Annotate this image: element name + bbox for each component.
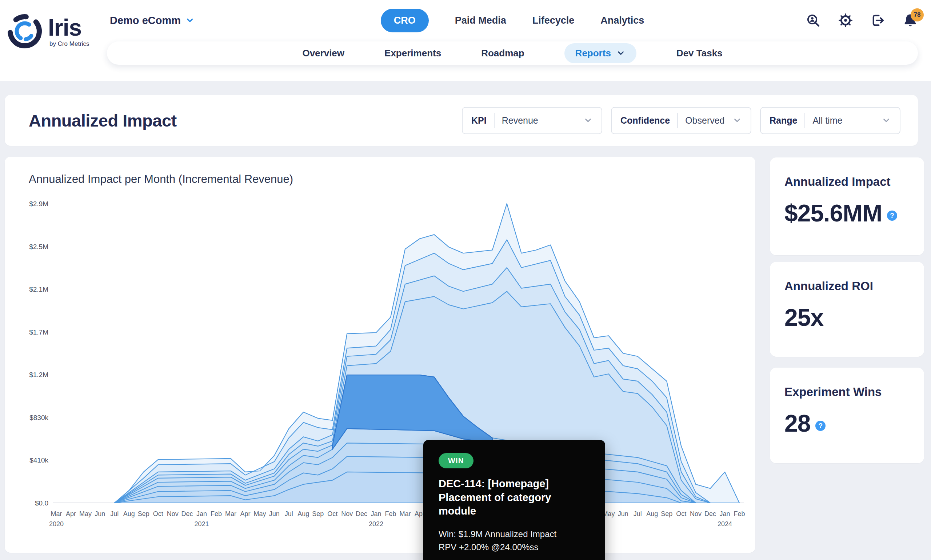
kpi-filter-value: Revenue — [502, 115, 538, 126]
x-tick-label: Nov — [167, 510, 179, 517]
tooltip-details: Win: $1.9M Annualized Impact RPV +2.00% … — [439, 528, 590, 554]
sign-out-icon[interactable] — [870, 13, 886, 28]
kpi-filter-dropdown[interactable]: KPI Revenue — [462, 107, 602, 134]
logo-title: Iris — [48, 16, 82, 39]
x-year-label: 2020 — [49, 520, 64, 528]
stat-title: Experiment Wins — [785, 385, 909, 399]
settings-gear-icon[interactable] — [838, 13, 853, 28]
help-icon[interactable]: ? — [816, 421, 826, 431]
tab-reports-label: Reports — [576, 48, 611, 59]
annualized-impact-card: Annualized Impact $25.6MM ? — [770, 157, 924, 255]
help-icon[interactable]: ? — [887, 211, 897, 221]
logo-subtitle: by Cro Metrics — [49, 41, 89, 47]
x-tick-label: Apr — [240, 510, 250, 517]
confidence-filter-label: Confidence — [620, 115, 670, 126]
chevron-down-icon — [882, 115, 891, 125]
x-tick-label: Mar — [51, 510, 62, 517]
divider — [805, 113, 805, 128]
x-tick-label: Mar — [225, 510, 236, 517]
y-tick-label: $410k — [29, 456, 48, 464]
x-tick-label: Jun — [618, 510, 628, 517]
chevron-down-icon — [583, 115, 593, 125]
x-tick-label: Oct — [676, 510, 686, 517]
nav-item-paid-media[interactable]: Paid Media — [455, 15, 506, 26]
x-tick-label: Aug — [123, 510, 135, 517]
nav-item-lifecycle[interactable]: Lifecycle — [532, 15, 575, 26]
x-tick-label: Jul — [634, 510, 642, 517]
x-tick-label: Nov — [690, 510, 702, 517]
x-tick-label: Nov — [341, 510, 353, 517]
x-tick-label: Sep — [661, 510, 672, 517]
confidence-filter-value: Observed — [685, 115, 725, 126]
win-status-badge: WIN — [439, 453, 474, 468]
x-tick-label: May — [79, 510, 92, 517]
x-tick-label: Jan — [371, 510, 382, 517]
chevron-down-icon — [616, 48, 626, 58]
stat-title: Annualized ROI — [785, 279, 909, 293]
tab-roadmap[interactable]: Roadmap — [481, 48, 524, 59]
notification-count-badge: 78 — [911, 8, 924, 22]
x-tick-label: Oct — [153, 510, 163, 517]
x-tick-label: Sep — [138, 510, 149, 517]
iris-logo-icon — [6, 12, 44, 50]
user-search-icon[interactable] — [806, 13, 821, 28]
page-title: Annualized Impact — [29, 111, 177, 131]
tooltip-rpv-line: RPV +2.00% @24.00%ss — [439, 541, 590, 554]
x-tick-label: Mar — [399, 510, 411, 517]
tab-experiments[interactable]: Experiments — [385, 48, 441, 59]
x-year-label: 2021 — [195, 520, 209, 528]
chevron-down-icon — [732, 115, 742, 125]
tab-dev-tasks[interactable]: Dev Tasks — [676, 48, 723, 59]
header-icon-group: 78 — [806, 0, 918, 41]
annualized-impact-value: $25.6MM — [785, 201, 882, 225]
chart-tooltip: WIN DEC-114: [Homepage] Placement of cat… — [423, 440, 605, 560]
y-tick-label: $1.2M — [29, 371, 48, 378]
x-tick-label: Apr — [66, 510, 76, 517]
x-tick-label: Jun — [95, 510, 105, 517]
y-tick-label: $2.1M — [29, 285, 48, 293]
x-tick-label: Aug — [297, 510, 309, 517]
x-tick-label: Aug — [646, 510, 658, 517]
x-tick-label: Feb — [734, 510, 745, 517]
impact-chart-card: Annualized Impact per Month (Incremental… — [5, 157, 756, 553]
annualized-roi-card: Annualized ROI 25x — [770, 262, 924, 357]
tooltip-experiment-title: DEC-114: [Homepage] Placement of categor… — [439, 477, 590, 518]
secondary-nav: Overview Experiments Roadmap Reports Dev… — [107, 42, 918, 65]
x-tick-label: Dec — [355, 510, 367, 517]
x-tick-label: Sep — [312, 510, 324, 517]
page-title-bar: Annualized Impact KPI Revenue Confidence… — [5, 95, 918, 146]
experiment-wins-value: 28 — [785, 411, 810, 435]
app-header: Iris by Cro Metrics Demo eComm CRO Paid … — [0, 0, 931, 81]
x-tick-label: Jul — [110, 510, 118, 517]
iris-logo[interactable]: Iris by Cro Metrics — [6, 12, 89, 50]
filter-group: KPI Revenue Confidence Observed Range Al… — [462, 107, 900, 134]
x-tick-label: Jul — [285, 510, 293, 517]
nav-item-cro[interactable]: CRO — [381, 9, 429, 32]
x-tick-label: May — [254, 510, 266, 517]
annualized-roi-value: 25x — [785, 305, 823, 329]
x-tick-label: Feb — [385, 510, 396, 517]
nav-item-analytics[interactable]: Analytics — [600, 15, 644, 26]
x-tick-label: Dec — [182, 510, 193, 517]
y-tick-label: $2.5M — [29, 243, 48, 251]
confidence-filter-dropdown[interactable]: Confidence Observed — [611, 107, 751, 134]
range-filter-label: Range — [769, 115, 797, 126]
x-tick-label: Oct — [327, 510, 337, 517]
x-year-label: 2022 — [369, 520, 383, 528]
x-year-label: 2024 — [717, 520, 732, 528]
stat-title: Annualized Impact — [785, 175, 909, 189]
tab-reports[interactable]: Reports — [565, 43, 636, 63]
divider — [677, 113, 678, 128]
x-tick-label: Dec — [705, 510, 716, 517]
x-tick-label: Jan — [720, 510, 730, 517]
x-tick-label: Jan — [196, 510, 207, 517]
range-filter-dropdown[interactable]: Range All time — [760, 107, 900, 134]
experiment-wins-card: Experiment Wins 28 ? — [770, 368, 924, 463]
impact-area-chart[interactable]: $0.0$410k$830k$1.2M$1.7M$2.1M$2.5M$2.9MM… — [5, 157, 756, 553]
notifications-bell-icon[interactable]: 78 — [903, 13, 918, 28]
kpi-filter-label: KPI — [471, 115, 486, 126]
tab-overview[interactable]: Overview — [302, 48, 345, 59]
tooltip-impact-line: Win: $1.9M Annualized Impact — [439, 528, 590, 541]
primary-nav: CRO Paid Media Lifecycle Analytics — [107, 0, 918, 41]
y-tick-label: $2.9M — [29, 200, 48, 208]
